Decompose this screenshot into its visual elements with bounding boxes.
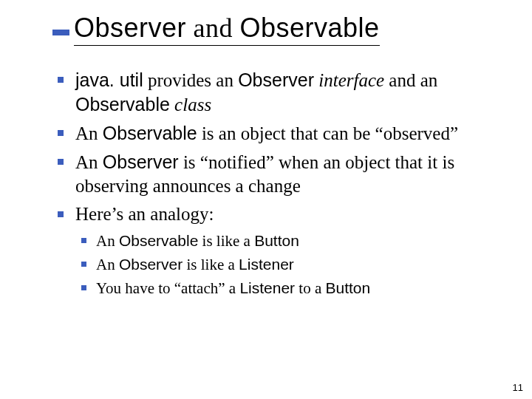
text-run: Listener — [239, 279, 295, 296]
list-item: An Observer is like a Listener — [75, 254, 502, 275]
title-accent — [52, 30, 69, 35]
text-run: is like a — [183, 256, 239, 273]
text-run: is like a — [198, 232, 254, 250]
text-run: Button — [326, 279, 371, 296]
list-item: java. util provides an Observer interfac… — [52, 68, 502, 117]
text-run: You have to “attach” a — [96, 279, 239, 297]
slide-title: Observer and Observable — [74, 13, 380, 46]
text-run: interface — [314, 70, 384, 90]
text-run: java. util — [75, 69, 143, 90]
text-run: Observer — [103, 151, 179, 172]
title-part2: Observable — [240, 13, 380, 43]
bullet-list: java. util provides an Observer interfac… — [52, 68, 502, 299]
text-run: class — [170, 95, 211, 115]
sub-bullet-list: An Observable is like a ButtonAn Observe… — [75, 231, 502, 299]
text-run: Observer — [238, 69, 314, 90]
text-run: An — [75, 152, 103, 172]
text-run: Button — [254, 232, 299, 249]
text-run: An — [75, 123, 103, 143]
list-item: An Observable is an object that can be “… — [52, 121, 502, 146]
title-block: Observer and Observable — [0, 0, 532, 46]
text-run: Observer — [119, 256, 183, 273]
title-conj: and — [186, 13, 239, 43]
text-run: An — [96, 232, 119, 250]
text-run: and an — [384, 70, 437, 90]
page-number: 11 — [513, 382, 523, 393]
text-run: Listener — [239, 256, 294, 273]
text-run: Observable — [75, 94, 170, 115]
title-part1: Observer — [74, 13, 186, 43]
slide: Observer and Observable java. util provi… — [0, 0, 532, 399]
list-item: An Observer is “notified” when an object… — [52, 150, 502, 198]
list-item: An Observable is like a Button — [75, 231, 502, 251]
text-run: is an object that can be “observed” — [197, 123, 458, 143]
text-run: Here’s an analogy: — [75, 204, 214, 224]
text-run: Observable — [119, 232, 198, 249]
body: java. util provides an Observer interfac… — [0, 46, 532, 299]
list-item: Here’s an analogy:An Observable is like … — [52, 202, 502, 299]
text-run: An — [96, 256, 119, 273]
text-run: provides an — [143, 70, 238, 90]
list-item: You have to “attach” a Listener to a But… — [75, 278, 502, 299]
text-run: to a — [295, 279, 325, 297]
text-run: Observable — [103, 123, 197, 143]
